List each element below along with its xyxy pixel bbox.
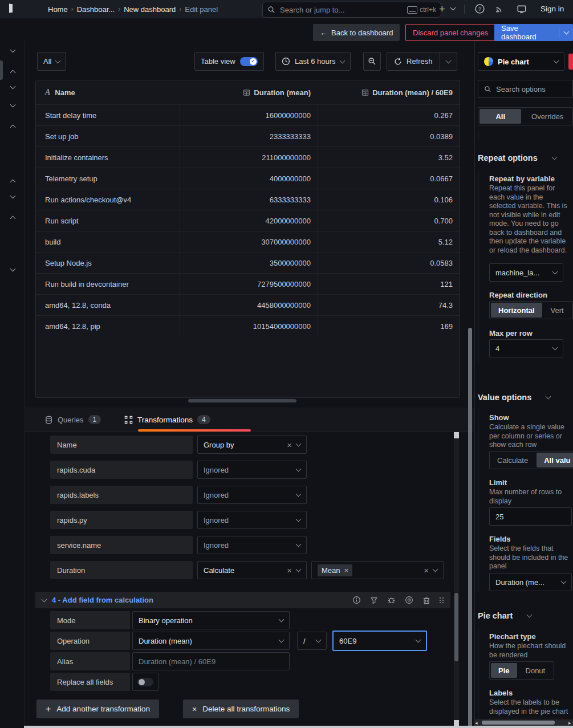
scroll-right-arrow[interactable]: ▸ bbox=[568, 720, 571, 726]
chevron-down-icon[interactable] bbox=[10, 266, 16, 272]
scope-all-option[interactable]: All bbox=[479, 109, 521, 124]
column-header-duration-mean[interactable]: Duration (mean) bbox=[180, 80, 318, 104]
options-pane-scrollbar-thumb[interactable] bbox=[468, 328, 472, 727]
filter-icon[interactable] bbox=[370, 596, 378, 604]
table-row[interactable]: Setup Node.js 3500000000 0.0583 bbox=[36, 252, 460, 273]
table-row[interactable]: Run build in devcontainer 7279500000000 … bbox=[36, 273, 460, 294]
groupby-select-rapids-py[interactable]: Ignored bbox=[197, 511, 307, 529]
table-view-toggle[interactable]: Table view ✓ bbox=[194, 52, 264, 71]
table-row[interactable]: Set up job 2333333333 0.0389 bbox=[36, 125, 460, 147]
monitor-icon[interactable] bbox=[517, 4, 527, 14]
pie-chart-options-header[interactable]: Pie chart bbox=[478, 611, 531, 620]
value-options-header[interactable]: Value options bbox=[478, 393, 550, 402]
show-calculate-option[interactable]: Calculate bbox=[490, 452, 535, 469]
transformations-scrollbar[interactable] bbox=[454, 432, 459, 728]
add-transformation-button[interactable]: + Add another transformation bbox=[36, 699, 159, 718]
refresh-button[interactable]: Refresh bbox=[387, 52, 457, 71]
chevron-down-icon[interactable] bbox=[10, 47, 16, 53]
repeat-variable-select[interactable]: machine_la... bbox=[489, 263, 563, 282]
type-pie-option[interactable]: Pie bbox=[491, 663, 517, 678]
calc-operand-left-select[interactable]: Duration (mean) bbox=[132, 632, 290, 650]
table-row[interactable]: amd64, 12.8, pip 10154000000000 169 bbox=[36, 315, 460, 336]
options-horizontal-scrollbar-thumb[interactable] bbox=[482, 721, 555, 725]
chevron-up-icon[interactable] bbox=[10, 216, 16, 222]
breadcrumb-dashboards[interactable]: Dashboar... bbox=[77, 5, 115, 14]
calc-alias-input[interactable] bbox=[132, 652, 290, 670]
scroll-up-arrow[interactable] bbox=[454, 432, 459, 438]
column-header-duration-ratio[interactable]: Duration (mean) / 60E9 bbox=[318, 80, 460, 104]
table-row[interactable]: amd64, 12.8, conda 4458000000000 74.3 bbox=[36, 294, 460, 315]
mega-menu-toggle-icon[interactable] bbox=[9, 4, 10, 13]
chevron-down-icon[interactable] bbox=[450, 5, 456, 11]
chevron-up-icon[interactable] bbox=[10, 70, 16, 76]
scroll-left-arrow[interactable]: ◂ bbox=[475, 720, 478, 726]
rail-drag-handle[interactable] bbox=[0, 60, 3, 80]
chevron-down-icon[interactable] bbox=[564, 29, 570, 35]
table-row[interactable]: Initialize containers 211000000000 3.52 bbox=[36, 147, 460, 168]
delete-transformations-button[interactable]: × Delete all transformations bbox=[183, 699, 299, 718]
news-rss-icon[interactable] bbox=[495, 4, 505, 14]
chevron-down-icon[interactable] bbox=[10, 84, 16, 90]
max-per-row-select[interactable]: 4 bbox=[489, 339, 563, 357]
fields-select[interactable]: Duration (me... bbox=[489, 573, 572, 591]
table-row[interactable]: Run actions/checkout@v4 6333333333 0.106 bbox=[36, 189, 460, 210]
calc-operand-right-select[interactable]: 60E9 bbox=[332, 631, 427, 651]
save-dashboard-button[interactable]: Save dashboard bbox=[494, 24, 573, 41]
chevron-up-icon[interactable] bbox=[10, 125, 16, 131]
tab-transformations[interactable]: Transformations 4 bbox=[124, 408, 210, 432]
sign-in-link[interactable]: Sign in bbox=[541, 5, 564, 13]
chevron-up-icon[interactable] bbox=[10, 180, 16, 185]
zoom-out-button[interactable] bbox=[363, 52, 381, 71]
refresh-interval-dropdown[interactable] bbox=[440, 60, 457, 63]
scope-overrides-option[interactable]: Overrides bbox=[522, 108, 572, 125]
chevron-down-icon[interactable] bbox=[10, 102, 16, 108]
column-header-name[interactable]: A Name bbox=[36, 88, 180, 97]
toggle-on-switch[interactable]: ✓ bbox=[240, 57, 258, 66]
show-all-values-option[interactable]: All valu bbox=[537, 453, 573, 467]
direction-vertical-option[interactable]: Vert bbox=[543, 302, 571, 319]
table-row[interactable]: Run script 42000000000 0.700 bbox=[36, 210, 460, 231]
search-input[interactable] bbox=[279, 5, 404, 15]
preview-eye-icon[interactable] bbox=[405, 596, 413, 604]
stat-multiselect-duration[interactable]: Mean× × bbox=[311, 561, 444, 579]
search-bar[interactable]: ctrl+k bbox=[262, 2, 441, 18]
replace-all-fields-toggle[interactable] bbox=[132, 673, 159, 691]
clear-icon[interactable]: × bbox=[287, 440, 292, 450]
chevron-down-icon[interactable] bbox=[42, 596, 47, 602]
drag-handle-icon[interactable] bbox=[440, 597, 441, 599]
breadcrumb-home[interactable]: Home bbox=[48, 5, 68, 14]
table-row[interactable]: build 307000000000 5.12 bbox=[36, 231, 460, 252]
tab-queries[interactable]: Queries 1 bbox=[44, 408, 101, 432]
visualization-picker[interactable]: Pie chart bbox=[478, 52, 564, 71]
info-icon[interactable] bbox=[352, 596, 361, 604]
back-to-dashboard-button[interactable]: ← Back to dashboard bbox=[313, 24, 400, 41]
discard-panel-changes-button[interactable]: Discard panel changes bbox=[405, 24, 495, 41]
time-range-picker[interactable]: Last 6 hours bbox=[275, 52, 351, 71]
options-search-box[interactable]: Search options bbox=[478, 80, 573, 98]
breadcrumb-new-dashboard[interactable]: New dashboard bbox=[124, 5, 176, 14]
help-icon[interactable]: ? bbox=[474, 3, 485, 14]
table-row[interactable]: Telemetry setup 4000000000 0.0667 bbox=[36, 168, 460, 189]
add-new-button[interactable]: + bbox=[439, 3, 445, 15]
transformation-section-header[interactable]: 4 - Add field from calculation bbox=[35, 592, 450, 608]
chevron-down-icon[interactable] bbox=[10, 193, 16, 199]
groupby-select-duration[interactable]: Calculate × bbox=[197, 561, 307, 579]
calc-mode-select[interactable]: Binary operation bbox=[132, 611, 290, 629]
clear-icon[interactable]: × bbox=[287, 566, 292, 575]
table-row[interactable]: Start delay time 16000000000 0.267 bbox=[36, 104, 460, 125]
calc-operator-select[interactable]: / bbox=[297, 632, 327, 650]
remove-tag-icon[interactable]: × bbox=[344, 566, 349, 575]
clear-icon[interactable]: × bbox=[424, 566, 429, 575]
groupby-select-rapids-labels[interactable]: Ignored bbox=[197, 486, 307, 504]
groupby-select-name[interactable]: Group by × bbox=[197, 436, 307, 454]
limit-input[interactable]: 25 bbox=[489, 507, 572, 526]
type-donut-option[interactable]: Donut bbox=[518, 662, 553, 679]
variable-filter-dropdown[interactable]: All bbox=[37, 52, 66, 71]
groupby-select-service-name[interactable]: Ignored bbox=[197, 536, 307, 554]
groupby-select-rapids-cuda[interactable]: Ignored bbox=[197, 461, 307, 479]
panel-horizontal-scrollbar[interactable] bbox=[188, 399, 296, 402]
transformations-scrollbar-thumb[interactable] bbox=[454, 593, 458, 661]
debug-bug-icon[interactable] bbox=[387, 596, 396, 604]
repeat-options-header[interactable]: Repeat options bbox=[478, 153, 556, 162]
direction-horizontal-option[interactable]: Horizontal bbox=[491, 303, 542, 318]
